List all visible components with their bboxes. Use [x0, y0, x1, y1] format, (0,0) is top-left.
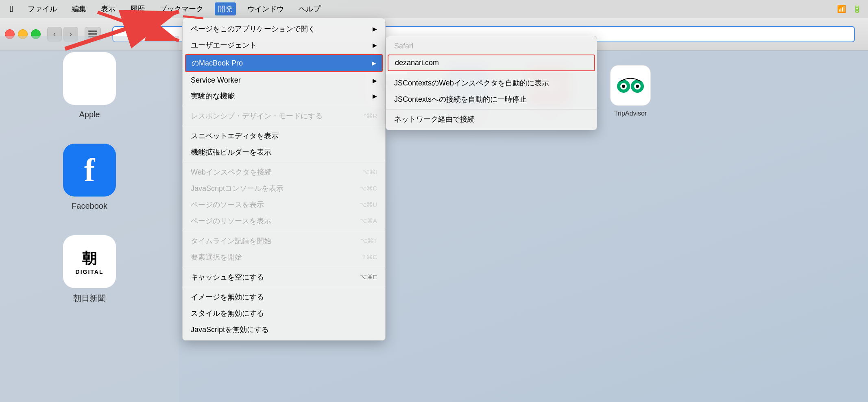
sub-sep2 [386, 109, 597, 109]
battery-icon: 🔋 [853, 4, 861, 13]
wifi-icon: 📶 [837, 4, 846, 13]
user-agent-label: ユーザエージェント [191, 40, 257, 50]
svg-rect-0 [88, 31, 97, 32]
js-console-label: JavaScriptコンソールを表示 [191, 184, 284, 193]
menu-disable-js[interactable]: JavaScriptを無効にする [183, 321, 385, 338]
element-select-label: 要素選択を開始 [191, 252, 242, 262]
sidebar-favorites: Apple f Facebook 朝 DIGITAL 朝日新聞 [0, 36, 179, 402]
menu-disable-styles[interactable]: スタイルを無効にする [183, 305, 385, 321]
js-pause-label: JSContextsへの接続を自動的に一時停止 [394, 94, 527, 104]
menu-service-worker[interactable]: Service Worker ▶ [183, 73, 385, 88]
svg-rect-1 [88, 33, 97, 35]
experimental-label: 実験的な機能 [191, 91, 235, 101]
menu-edit[interactable]: 編集 [68, 2, 89, 15]
menu-extension-builder[interactable]: 機能拡張ビルダーを表示 [183, 144, 385, 160]
tripadvisor-icon [610, 65, 651, 106]
menu-history[interactable]: 履歴 [127, 2, 148, 15]
dezanari-label: dezanari.com [395, 59, 439, 67]
submenu-arrow: ▶ [373, 77, 377, 84]
menu-open-in-app[interactable]: ページをこのアプリケーションで開く ▶ [183, 21, 385, 37]
svg-point-7 [622, 85, 625, 88]
disable-images-label: イメージを無効にする [191, 292, 264, 302]
asahi-icon: 朝 DIGITAL [63, 235, 116, 288]
sidebar-fav-apple[interactable]: Apple [63, 52, 116, 119]
menu-timeline: タイムライン記録を開始 ⌥⌘T [183, 233, 385, 249]
submenu-js-web-inspector[interactable]: JSContextsのWebインスペクタを自動的に表示 [386, 75, 597, 91]
facebook-icon: f [63, 144, 116, 197]
disable-styles-label: スタイルを無効にする [191, 308, 264, 318]
svg-point-8 [636, 85, 639, 88]
disable-js-label: JavaScriptを無効にする [191, 325, 269, 334]
menu-element-select: 要素選択を開始 ⇧⌘C [183, 249, 385, 265]
facebook-label: Facebook [72, 201, 107, 211]
asahi-label: 朝日新聞 [73, 293, 106, 304]
sep1 [183, 106, 385, 106]
submenu-arrow: ▶ [372, 60, 376, 66]
menu-develop[interactable]: 開発 [215, 2, 236, 15]
empty-cache-label: キャッシュを空にする [191, 272, 264, 282]
js-web-inspector-label: JSContextsのWebインスペクタを自動的に表示 [394, 78, 549, 88]
menu-window[interactable]: ウインドウ [244, 2, 287, 15]
service-worker-label: Service Worker [191, 76, 241, 85]
menubar-right: 📶 🔋 [837, 4, 861, 13]
menu-empty-cache[interactable]: キャッシュを空にする ⌥⌘E [183, 269, 385, 285]
menu-js-console: JavaScriptコンソールを表示 ⌥⌘C [183, 180, 385, 197]
sep2 [183, 126, 385, 126]
safari-label: Safari [394, 42, 413, 50]
menu-bookmarks[interactable]: ブックマーク [156, 2, 207, 15]
menu-disable-images[interactable]: イメージを無効にする [183, 289, 385, 305]
menu-user-agent[interactable]: ユーザエージェント ▶ [183, 37, 385, 53]
menu-page-resources: ページのリソースを表示 ⌥⌘A [183, 213, 385, 229]
submenu-arrow: ▶ [373, 26, 377, 32]
menu-responsive: レスポンシブ・デザイン・モードにする ^⌘R [183, 108, 385, 124]
fav-tripadvisor[interactable]: TripAdvisor [602, 65, 659, 125]
menu-macbook[interactable]: のMacBook Pro ▶ [185, 54, 383, 72]
sidebar-fav-asahi[interactable]: 朝 DIGITAL 朝日新聞 [63, 235, 116, 304]
sep3 [183, 162, 385, 162]
submenu-network-connect[interactable]: ネットワーク経由で接続 [386, 111, 597, 127]
page-resources-label: ページのリソースを表示 [191, 216, 271, 226]
submenu-arrow: ▶ [373, 93, 377, 99]
extension-builder-label: 機能拡張ビルダーを表示 [191, 147, 271, 157]
menu-page-source: ページのソースを表示 ⌥⌘U [183, 197, 385, 213]
apple-label: Apple [79, 110, 100, 119]
submenu-safari: Safari [386, 39, 597, 54]
responsive-label: レスポンシブ・デザイン・モードにする [191, 111, 323, 121]
apple-icon [63, 52, 116, 105]
page-source-label: ページのソースを表示 [191, 200, 264, 210]
macbook-label: のMacBook Pro [192, 58, 243, 68]
submenu-js-pause[interactable]: JSContextsへの接続を自動的に一時停止 [386, 91, 597, 107]
sep5 [183, 267, 385, 267]
sub-sep1 [386, 73, 597, 73]
snippet-editor-label: スニペットエディタを表示 [191, 131, 279, 141]
open-in-app-label: ページをこのアプリケーションで開く [191, 24, 315, 34]
submenu-arrow: ▶ [373, 42, 377, 48]
menu-view[interactable]: 表示 [98, 2, 119, 15]
menu-snippet-editor[interactable]: スニペットエディタを表示 [183, 128, 385, 144]
web-inspector-label: Webインスペクタを接続 [191, 167, 272, 177]
apple-menu[interactable]:  [7, 2, 16, 16]
network-connect-label: ネットワーク経由で接続 [394, 114, 475, 124]
tripadvisor-label: TripAdvisor [614, 110, 647, 117]
macbook-submenu: Safari dezanari.com JSContextsのWebインスペクタ… [386, 36, 597, 130]
timeline-label: タイムライン記録を開始 [191, 236, 271, 246]
sidebar-fav-facebook[interactable]: f Facebook [63, 144, 116, 211]
sep4 [183, 231, 385, 231]
menubar:  ファイル 編集 表示 履歴 ブックマーク 開発 ウインドウ ヘルプ 📶 🔋 [0, 0, 868, 18]
menu-help[interactable]: ヘルプ [295, 2, 324, 15]
submenu-dezanari[interactable]: dezanari.com [388, 55, 595, 71]
menu-experimental[interactable]: 実験的な機能 ▶ [183, 88, 385, 104]
menu-web-inspector: Webインスペクタを接続 ⌥⌘I [183, 164, 385, 180]
develop-dropdown-menu: ページをこのアプリケーションで開く ▶ ユーザエージェント ▶ のMacBook… [182, 18, 386, 341]
menu-file[interactable]: ファイル [24, 2, 60, 15]
sep6 [183, 287, 385, 287]
